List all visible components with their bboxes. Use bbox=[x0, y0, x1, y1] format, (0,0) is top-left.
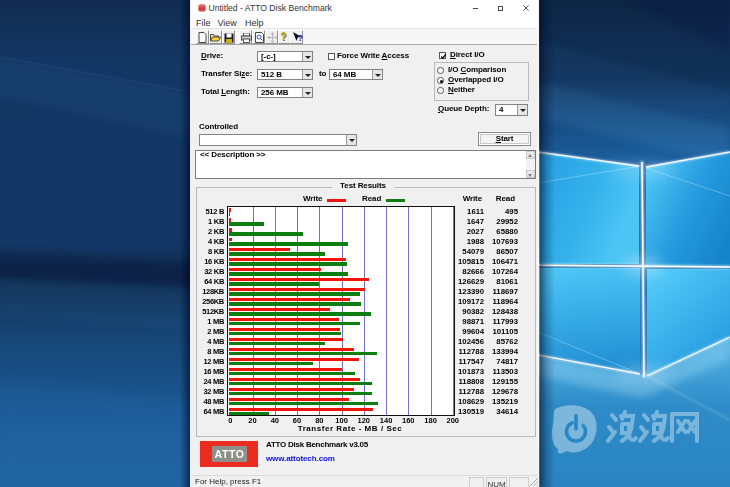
svg-text:?: ? bbox=[298, 33, 304, 43]
